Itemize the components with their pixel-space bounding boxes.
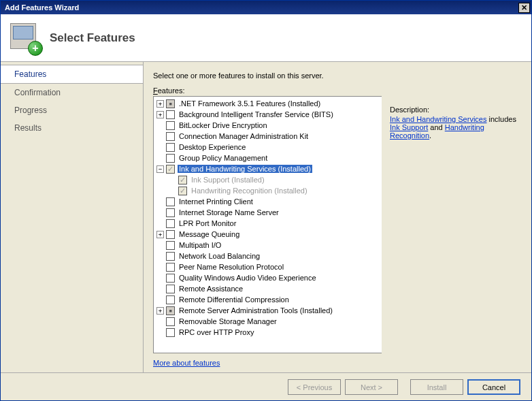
tree-item-label[interactable]: Peer Name Resolution Protocol [178, 263, 285, 271]
instruction-text: Select one or more features to install o… [153, 71, 523, 80]
checkbox[interactable] [166, 110, 175, 119]
checkbox[interactable] [166, 306, 175, 315]
tree-item-label[interactable]: Background Intelligent Transfer Service … [178, 110, 335, 118]
server-icon: + [10, 23, 40, 53]
checkbox[interactable] [166, 230, 175, 239]
expand-icon[interactable]: + [156, 111, 164, 118]
checkbox[interactable] [166, 143, 175, 152]
wizard-header: + Select Features [1, 14, 531, 62]
expand-icon[interactable]: + [156, 231, 164, 238]
tree-row[interactable]: Ink Support (Installed) [154, 174, 382, 185]
desc-link-ink-handwriting[interactable]: Ink and Handwriting Services [390, 115, 486, 123]
tree-item-label[interactable]: Removable Storage Manager [178, 317, 278, 325]
tree-row[interactable]: Internet Storage Name Server [154, 207, 382, 218]
checkbox[interactable] [166, 317, 175, 326]
titlebar: Add Features Wizard ✕ [1, 1, 531, 14]
tree-row[interactable]: Group Policy Management [154, 153, 382, 163]
tree-item-label[interactable]: Quality Windows Audio Video Experience [178, 274, 318, 282]
more-about-features-link[interactable]: More about features [153, 359, 382, 367]
tree-row[interactable]: Handwriting Recognition (Installed) [154, 185, 382, 196]
tree-row[interactable]: Peer Name Resolution Protocol [154, 261, 382, 272]
tree-row[interactable]: Network Load Balancing [154, 251, 382, 261]
tree-row[interactable]: Internet Printing Client [154, 196, 382, 207]
tree-item-label[interactable]: Remote Assistance [178, 285, 244, 293]
tree-item-label[interactable]: Handwriting Recognition (Installed) [190, 187, 309, 195]
expand-icon[interactable]: + [156, 100, 164, 108]
checkbox [178, 187, 187, 195]
cancel-button[interactable]: Cancel [467, 379, 520, 395]
tree-item-label[interactable]: BitLocker Drive Encryption [178, 121, 269, 129]
checkbox[interactable] [166, 219, 175, 228]
tree-row[interactable]: Desktop Experience [154, 142, 382, 153]
tree-row[interactable]: Multipath I/O [154, 240, 382, 251]
checkbox[interactable] [166, 252, 175, 261]
tree-item-label[interactable]: Ink Support (Installed) [190, 176, 266, 184]
collapse-icon[interactable]: − [156, 165, 164, 173]
description-body: Ink and Handwriting Services includes In… [390, 115, 523, 140]
checkbox[interactable] [166, 165, 175, 174]
main-panel: Select one or more features to install o… [144, 62, 531, 372]
features-label: Features: [153, 86, 382, 95]
checkbox[interactable] [166, 328, 175, 337]
tree-item-label[interactable]: Remote Differential Compression [178, 295, 290, 304]
tree-row[interactable]: +Message Queuing [154, 229, 382, 240]
tree-item-label[interactable]: RPC over HTTP Proxy [178, 328, 255, 336]
close-button[interactable]: ✕ [518, 3, 530, 13]
tree-row[interactable]: +Remote Server Administration Tools (Ins… [154, 305, 382, 316]
tree-item-label[interactable]: Connection Manager Administration Kit [178, 132, 310, 140]
plus-badge-icon: + [28, 41, 43, 56]
tree-item-label[interactable]: Network Load Balancing [178, 252, 261, 260]
tree-row[interactable]: +Background Intelligent Transfer Service… [154, 109, 382, 120]
checkbox[interactable] [166, 132, 175, 141]
desc-link-ink-support[interactable]: Ink Support [390, 123, 428, 131]
tree-row[interactable]: +.NET Framework 3.5.1 Features (Installe… [154, 98, 382, 109]
tree-row[interactable]: Connection Manager Administration Kit [154, 131, 382, 142]
description-heading: Description: [390, 106, 523, 114]
sidebar-item-features[interactable]: Features [1, 65, 143, 84]
tree-item-label[interactable]: Internet Storage Name Server [178, 208, 280, 216]
tree-row[interactable]: Removable Storage Manager [154, 316, 382, 327]
tree-row[interactable]: Remote Assistance [154, 283, 382, 294]
tree-item-label[interactable]: Group Policy Management [178, 154, 269, 162]
sidebar-item-results[interactable]: Results [1, 119, 143, 137]
tree-item-label[interactable]: .NET Framework 3.5.1 Features (Installed… [178, 99, 322, 108]
next-button[interactable]: Next > [345, 379, 398, 395]
tree-row[interactable]: Remote Differential Compression [154, 294, 382, 305]
page-title: Select Features [50, 31, 135, 45]
tree-item-label[interactable]: Message Queuing [178, 230, 241, 238]
tree-row[interactable]: BitLocker Drive Encryption [154, 120, 382, 131]
checkbox[interactable] [166, 154, 175, 163]
checkbox [178, 176, 187, 185]
tree-item-label[interactable]: LPR Port Monitor [178, 219, 237, 227]
features-tree[interactable]: +.NET Framework 3.5.1 Features (Installe… [153, 96, 382, 353]
sidebar-item-confirmation[interactable]: Confirmation [1, 84, 143, 101]
checkbox[interactable] [166, 274, 175, 283]
checkbox[interactable] [166, 295, 175, 304]
description-panel: Description: Ink and Handwriting Service… [390, 86, 523, 367]
tree-row[interactable]: −Ink and Handwriting Services (Installed… [154, 163, 382, 174]
wizard-steps-sidebar: FeaturesConfirmationProgressResults [1, 62, 144, 372]
tree-item-label[interactable]: Desktop Experience [178, 143, 247, 151]
checkbox[interactable] [166, 197, 175, 206]
window-title: Add Features Wizard [5, 3, 518, 12]
sidebar-item-progress[interactable]: Progress [1, 101, 143, 119]
wizard-footer: < Previous Next > Install Cancel [1, 372, 531, 401]
checkbox[interactable] [166, 263, 175, 272]
checkbox[interactable] [166, 285, 175, 293]
checkbox[interactable] [166, 208, 175, 217]
tree-item-label[interactable]: Ink and Handwriting Services (Installed) [178, 165, 312, 173]
tree-row[interactable]: Quality Windows Audio Video Experience [154, 272, 382, 283]
previous-button[interactable]: < Previous [288, 379, 341, 395]
tree-row[interactable]: LPR Port Monitor [154, 218, 382, 229]
checkbox[interactable] [166, 99, 175, 108]
tree-item-label[interactable]: Remote Server Administration Tools (Inst… [178, 306, 334, 315]
tree-item-label[interactable]: Internet Printing Client [178, 197, 254, 206]
install-button[interactable]: Install [410, 379, 463, 395]
expand-icon[interactable]: + [156, 307, 164, 315]
tree-item-label[interactable]: Multipath I/O [178, 241, 222, 249]
checkbox[interactable] [166, 121, 175, 130]
checkbox[interactable] [166, 241, 175, 250]
tree-row[interactable]: RPC over HTTP Proxy [154, 327, 382, 338]
